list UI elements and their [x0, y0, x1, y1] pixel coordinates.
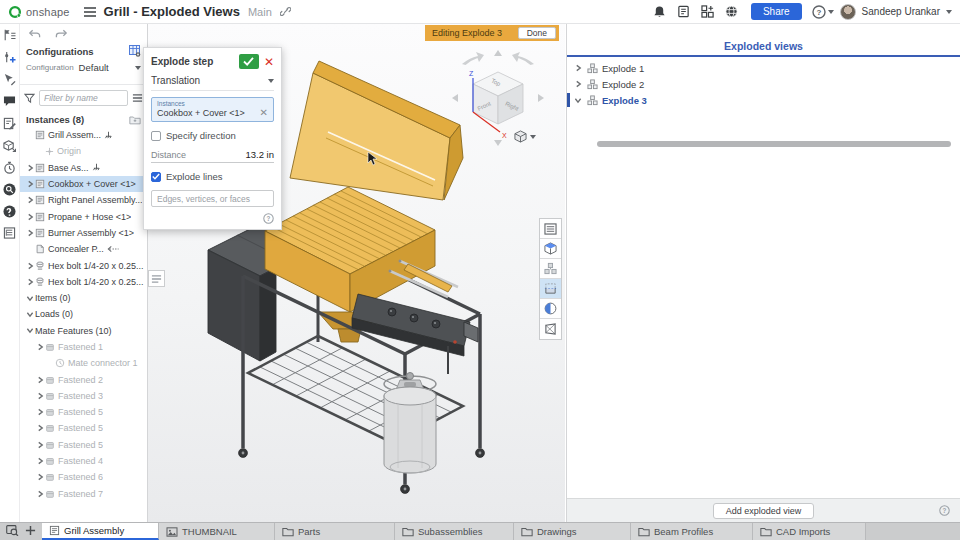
tree-item[interactable]: Mate connector 1: [20, 355, 147, 371]
tab-drawings[interactable]: Drawings: [514, 523, 631, 540]
user-menu-caret-icon[interactable]: [946, 10, 952, 14]
add-folder-icon[interactable]: [129, 115, 141, 125]
tab-cad-imports[interactable]: CAD Imports: [753, 523, 866, 540]
exploded-view-item[interactable]: Explode 3: [567, 92, 960, 108]
tree-caret-icon[interactable]: [25, 327, 35, 334]
panel-help-icon[interactable]: ?: [939, 505, 950, 516]
search-tabs-icon[interactable]: [6, 525, 19, 536]
section-view-icon[interactable]: [540, 279, 561, 299]
tab-beam-profiles[interactable]: Beam Profiles: [631, 523, 753, 540]
tree-item[interactable]: Fastened 6: [20, 469, 147, 485]
redo-icon[interactable]: [55, 29, 68, 39]
tree-caret-icon[interactable]: [25, 196, 35, 204]
tree-item[interactable]: Origin: [20, 143, 147, 159]
dialog-help-icon[interactable]: ?: [263, 213, 274, 224]
view-orientation-menu[interactable]: [514, 130, 536, 143]
tree-caret-icon[interactable]: [35, 424, 45, 432]
list-options-icon[interactable]: [132, 93, 143, 103]
tree-item[interactable]: Fastened 2: [20, 371, 147, 387]
tree-item[interactable]: Propane + Hose <1>: [20, 208, 147, 224]
tree-caret-icon[interactable]: [25, 295, 35, 302]
tree-item[interactable]: Fastened 5: [20, 420, 147, 436]
tree-item[interactable]: Loads (0): [20, 306, 147, 322]
exploded-view-item[interactable]: Explode 1: [567, 60, 960, 76]
tree-caret-icon[interactable]: [573, 64, 583, 72]
tree-caret-icon[interactable]: [35, 473, 45, 481]
perspective-icon[interactable]: [540, 319, 561, 339]
edges-selection-input[interactable]: Edges, vertices, or faces: [151, 190, 274, 207]
tree-item[interactable]: Fastened 1: [20, 339, 147, 355]
add-exploded-view-button[interactable]: Add exploded view: [713, 503, 815, 519]
specify-direction-row[interactable]: Specify direction: [151, 130, 274, 141]
configuration-caret-icon[interactable]: [135, 66, 141, 70]
export-3d-icon[interactable]: [2, 138, 18, 152]
insert-icon[interactable]: [2, 50, 18, 64]
tree-caret-icon[interactable]: [573, 80, 583, 88]
link-icon[interactable]: [280, 6, 291, 17]
exploded-icon[interactable]: [540, 259, 561, 279]
tree-item[interactable]: Fastened 7: [20, 486, 147, 502]
tree-caret-icon[interactable]: [25, 311, 35, 318]
report-icon[interactable]: [2, 226, 18, 240]
tree-item[interactable]: Hex bolt 1/4-20 x 0.25...: [20, 257, 147, 273]
hamburger-menu-icon[interactable]: [84, 7, 96, 17]
tree-item[interactable]: Base As...: [20, 160, 147, 176]
explode-lines-row[interactable]: Explode lines: [151, 171, 274, 182]
search-icon[interactable]: [2, 182, 18, 196]
tree-item[interactable]: Fastened 5: [20, 437, 147, 453]
clear-selection-icon[interactable]: ✕: [260, 107, 268, 118]
instances-selection[interactable]: Instances Cookbox + Cover <1> ✕: [151, 97, 274, 122]
exploded-view-item[interactable]: Explode 2: [567, 76, 960, 92]
tree-caret-icon[interactable]: [25, 213, 35, 221]
feature-list-icon[interactable]: [2, 28, 18, 42]
tree-caret-icon[interactable]: [35, 376, 45, 384]
explode-lines-checkbox[interactable]: [151, 172, 161, 182]
explode-step-slider[interactable]: [597, 141, 951, 147]
tree-caret-icon[interactable]: [35, 457, 45, 465]
select-edit-icon[interactable]: [2, 72, 18, 86]
bell-icon[interactable]: [651, 3, 669, 21]
history-icon[interactable]: [2, 160, 18, 174]
tree-item[interactable]: Fastened 4: [20, 453, 147, 469]
tree-caret-icon[interactable]: [35, 490, 45, 498]
comment-icon[interactable]: [2, 94, 18, 108]
tree-item[interactable]: Items (0): [20, 290, 147, 306]
undo-icon[interactable]: [28, 29, 41, 39]
tree-caret-icon[interactable]: [25, 180, 35, 188]
help-menu[interactable]: ?: [812, 5, 834, 19]
tree-caret-icon[interactable]: [25, 229, 35, 237]
configuration-value[interactable]: Default: [79, 62, 130, 73]
filter-icon[interactable]: [24, 93, 35, 104]
onshape-logo[interactable]: onshape: [0, 5, 78, 19]
tree-caret-icon[interactable]: [35, 408, 45, 416]
share-button[interactable]: Share: [751, 3, 802, 20]
tab-grill-assembly[interactable]: Grill Assembly: [42, 523, 159, 540]
release-notes-icon[interactable]: [675, 3, 693, 21]
tree-item[interactable]: Right Panel Assembly...: [20, 192, 147, 208]
tree-caret-icon[interactable]: [573, 97, 583, 104]
isometric-icon[interactable]: [540, 239, 561, 259]
avatar[interactable]: [840, 4, 856, 20]
explode-type-select[interactable]: Translation: [151, 75, 274, 91]
panel-handle[interactable]: [148, 270, 165, 287]
tree-caret-icon[interactable]: [35, 441, 45, 449]
done-button[interactable]: Done: [518, 27, 556, 39]
confirm-button[interactable]: [239, 54, 259, 69]
workspace-name[interactable]: Main: [248, 6, 272, 18]
tree-caret-icon[interactable]: [25, 164, 35, 172]
tree-caret-icon[interactable]: [35, 343, 45, 351]
tree-item[interactable]: Mate Features (10): [20, 323, 147, 339]
view-menu-icon[interactable]: [540, 219, 561, 239]
cancel-button[interactable]: ✕: [264, 56, 274, 68]
tree-item[interactable]: Grill Assem...: [20, 127, 147, 143]
specify-direction-checkbox[interactable]: [151, 131, 161, 141]
tree-item[interactable]: Cookbox + Cover <1>: [20, 176, 147, 192]
tab-thumbnail[interactable]: THUMBNAIL: [159, 523, 275, 540]
tab-subassemblies[interactable]: Subassemblies: [395, 523, 514, 540]
tree-item[interactable]: Concealer P...: [20, 241, 147, 257]
configuration-table-icon[interactable]: [129, 45, 141, 57]
tab-parts[interactable]: Parts: [275, 523, 395, 540]
tree-caret-icon[interactable]: [25, 262, 35, 270]
tree-caret-icon[interactable]: [25, 278, 35, 286]
tree-item[interactable]: Hex bolt 1/4-20 x 0.25...: [20, 274, 147, 290]
